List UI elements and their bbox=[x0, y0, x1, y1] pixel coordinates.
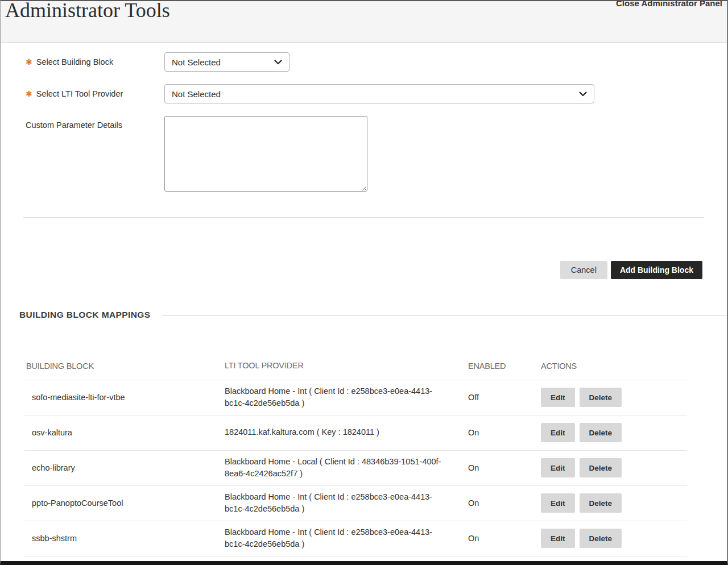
custom-parameter-details-textarea[interactable] bbox=[164, 116, 367, 192]
edit-button[interactable]: Edit bbox=[541, 458, 575, 477]
add-building-block-button[interactable]: Add Building Block bbox=[611, 261, 702, 279]
column-header-actions: ACTIONS bbox=[541, 362, 687, 371]
delete-button[interactable]: Delete bbox=[580, 529, 622, 548]
required-asterisk-icon: ✱ bbox=[26, 90, 32, 98]
cell-lti-tool-provider: Blackboard Home - Int ( Client Id : e258… bbox=[225, 385, 468, 410]
building-block-select-value: Not Selected bbox=[172, 57, 221, 67]
mappings-table: BUILDING BLOCK LTI TOOL PROVIDER ENABLED… bbox=[24, 354, 687, 556]
chevron-down-icon bbox=[274, 60, 282, 65]
column-header-building-block: BUILDING BLOCK bbox=[24, 362, 225, 371]
table-row: ssbb-shstrm Blackboard Home - Int ( Clie… bbox=[24, 521, 687, 556]
cell-enabled: Off bbox=[468, 393, 541, 402]
close-administrator-panel-button[interactable]: Close Administrator Panel bbox=[616, 0, 722, 8]
edit-button[interactable]: Edit bbox=[541, 423, 575, 442]
table-row: echo-library Blackboard Home - Local ( C… bbox=[24, 451, 687, 486]
edit-button[interactable]: Edit bbox=[541, 493, 575, 513]
mappings-table-body: sofo-mediasite-lti-for-vtbe Blackboard H… bbox=[24, 380, 687, 556]
cell-building-block: osv-kaltura bbox=[24, 428, 225, 437]
edit-button[interactable]: Edit bbox=[541, 529, 575, 548]
table-row: ppto-PanoptoCourseTool Blackboard Home -… bbox=[24, 486, 687, 521]
delete-button[interactable]: Delete bbox=[580, 493, 622, 513]
building-block-form: ✱ Select Building Block Not Selected ✱ S… bbox=[1, 43, 727, 192]
cell-actions: Edit Delete bbox=[541, 388, 687, 407]
cell-building-block: sofo-mediasite-lti-for-vtbe bbox=[24, 393, 225, 402]
mappings-table-header: BUILDING BLOCK LTI TOOL PROVIDER ENABLED… bbox=[24, 354, 687, 380]
section-rule bbox=[162, 315, 727, 315]
cell-enabled: On bbox=[468, 534, 541, 543]
form-row-custom-parameters: Custom Parameter Details bbox=[26, 116, 727, 192]
lti-tool-provider-label: ✱ Select LTI Tool Provider bbox=[26, 84, 164, 103]
form-row-lti-tool-provider: ✱ Select LTI Tool Provider Not Selected bbox=[26, 84, 727, 103]
delete-button[interactable]: Delete bbox=[580, 458, 622, 477]
table-row: osv-kaltura 1824011.kaf.kaltura.com ( Ke… bbox=[24, 416, 687, 451]
cell-actions: Edit Delete bbox=[541, 493, 687, 513]
lti-tool-provider-select-value: Not Selected bbox=[172, 89, 221, 99]
cell-actions: Edit Delete bbox=[541, 529, 687, 548]
mappings-section-header: BUILDING BLOCK MAPPINGS bbox=[19, 310, 727, 320]
required-asterisk-icon: ✱ bbox=[26, 58, 32, 66]
cell-building-block: echo-library bbox=[24, 463, 225, 472]
building-block-label: ✱ Select Building Block bbox=[26, 52, 164, 72]
delete-button[interactable]: Delete bbox=[580, 423, 622, 442]
mappings-section-title: BUILDING BLOCK MAPPINGS bbox=[19, 310, 151, 320]
form-row-building-block: ✱ Select Building Block Not Selected bbox=[26, 52, 727, 72]
chevron-down-icon bbox=[579, 92, 587, 97]
cell-building-block: ppto-PanoptoCourseTool bbox=[24, 498, 225, 508]
building-block-label-text: Select Building Block bbox=[36, 57, 113, 67]
cell-enabled: On bbox=[468, 463, 541, 472]
building-block-select[interactable]: Not Selected bbox=[164, 52, 289, 72]
cell-actions: Edit Delete bbox=[541, 458, 687, 477]
cancel-button[interactable]: Cancel bbox=[560, 261, 607, 279]
cell-building-block: ssbb-shstrm bbox=[24, 534, 225, 543]
column-header-enabled: ENABLED bbox=[468, 362, 541, 371]
lti-tool-provider-select[interactable]: Not Selected bbox=[164, 84, 594, 103]
cell-lti-tool-provider: Blackboard Home - Local ( Client Id : 48… bbox=[225, 456, 468, 481]
cell-actions: Edit Delete bbox=[541, 423, 687, 442]
panel-header: Administrator Tools Close Administrator … bbox=[1, 0, 727, 43]
column-header-lti-tool-provider: LTI TOOL PROVIDER bbox=[225, 360, 468, 372]
custom-parameter-details-label-text: Custom Parameter Details bbox=[26, 121, 122, 130]
cell-lti-tool-provider: Blackboard Home - Int ( Client Id : e258… bbox=[225, 526, 468, 551]
table-row: sofo-mediasite-lti-for-vtbe Blackboard H… bbox=[24, 380, 687, 416]
cell-enabled: On bbox=[468, 498, 541, 508]
form-action-bar: Cancel Add Building Block bbox=[1, 261, 702, 279]
delete-button[interactable]: Delete bbox=[580, 388, 622, 407]
cell-lti-tool-provider: Blackboard Home - Int ( Client Id : e258… bbox=[225, 491, 468, 516]
form-divider bbox=[23, 217, 704, 218]
cell-enabled: On bbox=[468, 428, 541, 437]
custom-parameter-details-label: Custom Parameter Details bbox=[26, 116, 164, 130]
administrator-panel: Administrator Tools Close Administrator … bbox=[0, 0, 728, 565]
edit-button[interactable]: Edit bbox=[541, 388, 575, 407]
cell-lti-tool-provider: 1824011.kaf.kaltura.com ( Key : 1824011 … bbox=[225, 426, 468, 439]
lti-tool-provider-label-text: Select LTI Tool Provider bbox=[36, 89, 123, 98]
